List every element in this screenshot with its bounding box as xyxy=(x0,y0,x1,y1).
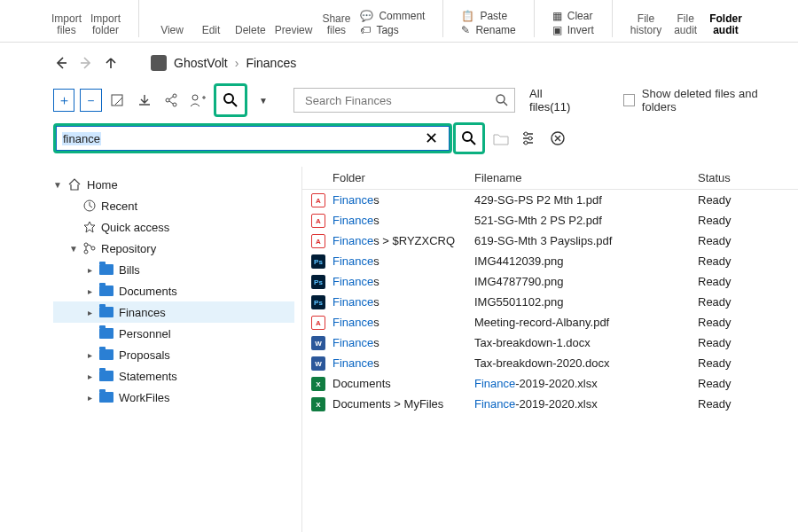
tree-folder-personnel[interactable]: Personnel xyxy=(53,323,294,344)
list-row[interactable]: AFinancesMeeting-record-Albany.pdfReady xyxy=(302,312,798,332)
find-input-wrap[interactable]: finance ✕ xyxy=(56,126,450,151)
tree-folder-statements[interactable]: ▸Statements xyxy=(53,365,294,387)
folder-icon xyxy=(99,349,113,360)
comment-button[interactable]: 💬Comment xyxy=(360,10,425,22)
breadcrumb-root[interactable]: GhostVolt xyxy=(174,56,228,70)
find-go-highlight xyxy=(453,122,485,154)
import-folder-button[interactable]: Importfolder xyxy=(90,13,121,36)
view-button[interactable]: View xyxy=(157,25,187,36)
list-row[interactable]: WFinancesTax-breakdown-1.docxReady xyxy=(302,332,798,353)
tree-folder-documents[interactable]: ▸Documents xyxy=(53,280,294,301)
share-files-button[interactable]: Sharefiles xyxy=(321,13,351,36)
tree-folder-proposals[interactable]: ▸Proposals xyxy=(53,344,294,365)
svg-point-1 xyxy=(166,98,169,102)
user-add-button[interactable] xyxy=(187,89,208,112)
folder-scope-button[interactable] xyxy=(489,126,513,151)
list-row[interactable]: AFinances429-SG-PS P2 Mth 1.pdfReady xyxy=(302,190,798,210)
filter-button[interactable] xyxy=(517,126,542,151)
folder-link[interactable]: Finance xyxy=(332,254,373,268)
find-input[interactable]: finance xyxy=(62,132,101,145)
clear-button[interactable]: ▦Clear xyxy=(552,10,594,22)
list-row[interactable]: AFinances521-SG-Mth 2 PS P2.pdfReady xyxy=(302,210,798,231)
folder-link[interactable]: Finance xyxy=(332,295,373,309)
tree-recent[interactable]: Recent xyxy=(53,195,294,216)
col-status[interactable]: Status xyxy=(698,171,798,184)
search-box[interactable] xyxy=(293,88,515,113)
list-row[interactable]: XDocuments > MyFilesFinance-2019-2020.xl… xyxy=(302,394,798,414)
paste-button[interactable]: 📋Paste xyxy=(461,10,515,22)
forward-button[interactable] xyxy=(78,55,94,71)
preview-button[interactable]: Preview xyxy=(275,25,313,36)
add-button[interactable]: ＋ xyxy=(53,89,74,112)
tree-home[interactable]: ▼ Home xyxy=(53,174,294,195)
dropdown-button[interactable]: ▼ xyxy=(253,89,274,112)
edit-tool-button[interactable] xyxy=(107,89,129,112)
checkbox-icon[interactable] xyxy=(623,94,635,106)
toolbar: ＋ － ▼ All files(11) Show deleted files a… xyxy=(0,83,798,122)
find-go-button[interactable] xyxy=(457,126,481,151)
search-tool-button[interactable] xyxy=(217,87,244,113)
col-folder[interactable]: Folder xyxy=(332,171,474,184)
file-history-button[interactable]: Filehistory xyxy=(630,13,661,36)
svg-point-4 xyxy=(192,95,198,100)
tree-label: Repository xyxy=(101,242,156,255)
tree-folder-bills[interactable]: ▸Bills xyxy=(53,259,294,280)
folder-audit-button[interactable]: Folderaudit xyxy=(709,13,742,36)
clear-icon: ▦ xyxy=(552,10,562,22)
import-files-button[interactable]: Importfiles xyxy=(51,13,82,36)
file-link[interactable]: Finance xyxy=(474,377,515,390)
invert-button[interactable]: ▣Invert xyxy=(552,24,594,36)
folder-link[interactable]: Finance xyxy=(332,214,373,227)
file-text: IMG4787790.png xyxy=(474,275,563,288)
tree-folder-workfiles[interactable]: ▸WorkFiles xyxy=(53,387,294,408)
svg-point-2 xyxy=(173,94,176,98)
edit-button[interactable]: Edit xyxy=(196,25,226,36)
list-row[interactable]: AFinances > $RYZXCRQ619-SG-Mth 3 Payslip… xyxy=(302,231,798,251)
svg-rect-0 xyxy=(112,95,122,106)
clear-find-button[interactable]: ✕ xyxy=(419,126,443,151)
svg-point-10 xyxy=(524,141,528,145)
file-list: Folder Filename Status AFinances429-SG-P… xyxy=(301,167,798,532)
folder-link[interactable]: Finance xyxy=(332,336,373,349)
tree-label: Proposals xyxy=(119,348,170,362)
col-filename[interactable]: Filename xyxy=(474,171,698,184)
list-row[interactable]: PsFinancesIMG5501102.pngReady xyxy=(302,292,798,312)
show-deleted-toggle[interactable]: Show deleted files and folders xyxy=(623,87,784,113)
file-text: 429-SG-PS P2 Mth 1.pdf xyxy=(474,193,602,207)
list-row[interactable]: PsFinancesIMG4787790.pngReady xyxy=(302,271,798,292)
breadcrumb[interactable]: GhostVolt › Finances xyxy=(151,55,296,71)
folder-link[interactable]: Finance xyxy=(332,193,373,207)
tree-quick-access[interactable]: Quick access xyxy=(53,216,294,238)
tree-folder-finances[interactable]: ▸Finances xyxy=(53,301,294,323)
chevron-right-icon: › xyxy=(235,56,239,70)
file-audit-button[interactable]: Fileaudit xyxy=(670,13,700,36)
all-files-label[interactable]: All files(11) xyxy=(529,87,583,113)
up-button[interactable] xyxy=(103,55,119,71)
tree: ▼ Home Recent Quick access ▼ Repository … xyxy=(0,167,301,532)
file-link[interactable]: Finance xyxy=(474,397,515,411)
folder-icon xyxy=(99,392,113,403)
share-button[interactable] xyxy=(160,89,182,112)
delete-button[interactable]: Delete xyxy=(235,25,266,36)
search-input[interactable] xyxy=(303,93,495,108)
rename-button[interactable]: ✎Rename xyxy=(461,24,515,36)
status-text: Ready xyxy=(698,295,798,309)
back-button[interactable] xyxy=(53,55,69,71)
list-row[interactable]: PsFinancesIMG4412039.pngReady xyxy=(302,251,798,271)
svg-point-3 xyxy=(173,103,176,106)
close-find-button[interactable] xyxy=(545,126,570,151)
breadcrumb-current[interactable]: Finances xyxy=(246,56,296,70)
folder-link[interactable]: Finance xyxy=(332,356,373,370)
list-row[interactable]: XDocumentsFinance-2019-2020.xlsxReady xyxy=(302,373,798,394)
list-row[interactable]: WFinancesTax-breakdown-2020.docxReady xyxy=(302,353,798,373)
remove-button[interactable]: － xyxy=(80,89,101,112)
tags-button[interactable]: 🏷Tags xyxy=(360,24,425,36)
folder-link[interactable]: Finance xyxy=(332,234,373,247)
pdf-file-icon: A xyxy=(311,214,325,228)
folder-link[interactable]: Finance xyxy=(332,316,373,329)
download-button[interactable] xyxy=(134,89,155,112)
svg-point-14 xyxy=(84,250,88,254)
tree-repository[interactable]: ▼ Repository xyxy=(53,238,294,259)
folder-link[interactable]: Finance xyxy=(332,275,373,288)
search-icon[interactable] xyxy=(495,93,509,107)
